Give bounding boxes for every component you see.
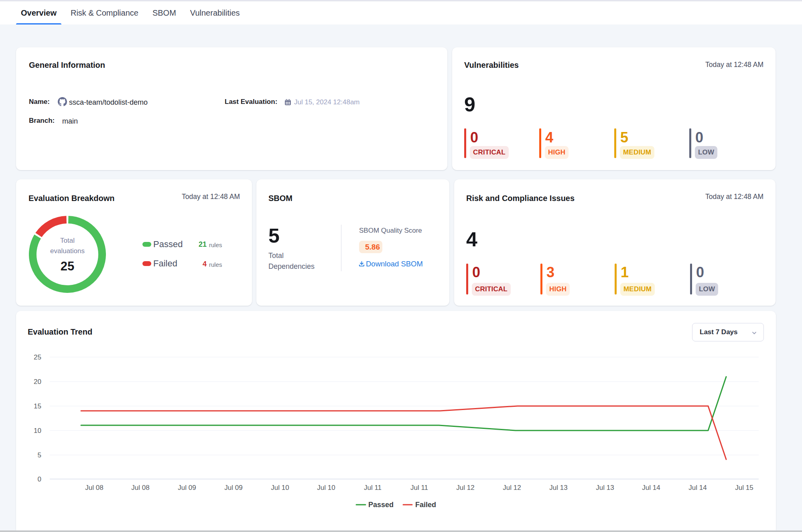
svg-text:Jul 10: Jul 10 bbox=[271, 484, 289, 491]
svg-text:Failed: Failed bbox=[415, 501, 436, 509]
svg-text:Jul 13: Jul 13 bbox=[549, 484, 567, 491]
svg-text:Jul 10: Jul 10 bbox=[317, 484, 335, 491]
svg-text:25: 25 bbox=[34, 353, 41, 361]
svg-text:Jul 12: Jul 12 bbox=[456, 484, 474, 491]
svg-text:Jul 14: Jul 14 bbox=[642, 484, 660, 491]
svg-text:5: 5 bbox=[38, 451, 41, 459]
svg-text:20: 20 bbox=[34, 378, 41, 386]
svg-text:Jul 09: Jul 09 bbox=[224, 484, 242, 491]
svg-text:10: 10 bbox=[34, 427, 41, 435]
svg-text:Passed: Passed bbox=[368, 501, 394, 509]
svg-text:Jul 14: Jul 14 bbox=[688, 484, 707, 491]
svg-text:Jul 08: Jul 08 bbox=[131, 484, 149, 491]
svg-text:Jul 09: Jul 09 bbox=[178, 484, 196, 491]
svg-text:0: 0 bbox=[38, 475, 41, 483]
svg-text:Jul 11: Jul 11 bbox=[364, 484, 382, 491]
svg-text:Jul 15: Jul 15 bbox=[735, 484, 753, 491]
svg-text:Jul 12: Jul 12 bbox=[503, 484, 521, 491]
svg-text:Jul 13: Jul 13 bbox=[596, 484, 614, 491]
svg-text:Jul 11: Jul 11 bbox=[410, 484, 428, 491]
svg-text:Jul 08: Jul 08 bbox=[85, 484, 103, 491]
svg-text:15: 15 bbox=[34, 402, 41, 410]
